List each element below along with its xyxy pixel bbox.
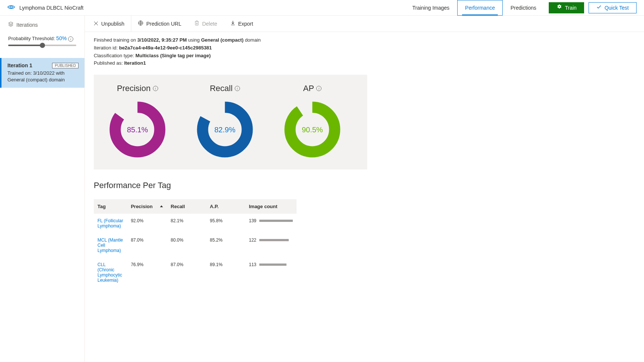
download-icon bbox=[231, 20, 235, 27]
header-right: Training Images Performance Predictions … bbox=[404, 0, 637, 16]
prediction-url-button[interactable]: Prediction URL bbox=[131, 16, 188, 32]
slider-fill bbox=[8, 45, 42, 46]
threshold-slider[interactable] bbox=[8, 45, 76, 46]
count-value: 113 bbox=[249, 262, 256, 267]
cell-recall: 82.1% bbox=[167, 214, 206, 233]
iteration-desc: Trained on: 3/10/2022 with General (comp… bbox=[7, 70, 79, 83]
col-ap[interactable]: A.P. bbox=[206, 199, 245, 214]
threshold-section: Probability Threshold: 50% i bbox=[0, 31, 84, 51]
metrics-panel: Precision i 85.1% Recall i 82.9% bbox=[94, 75, 367, 169]
iterations-header: Iterations bbox=[0, 16, 84, 31]
count-bar bbox=[259, 239, 293, 241]
info-domain: General (compact) bbox=[201, 37, 243, 43]
check-icon bbox=[596, 4, 602, 11]
globe-icon bbox=[138, 20, 143, 27]
iteration-name: Iteration 1 bbox=[7, 62, 32, 68]
table-row: CLL (Chronic Lymphocytic Leukemia) 76.9%… bbox=[94, 258, 297, 287]
action-bar: Unpublish Prediction URL Delete Export bbox=[85, 16, 644, 32]
table-row: MCL (Mantle Cell Lymphoma) 87.0% 80.0% 8… bbox=[94, 233, 297, 258]
recall-value: 82.9% bbox=[214, 125, 236, 134]
quicktest-button[interactable]: Quick Test bbox=[589, 2, 637, 13]
col-recall[interactable]: Recall bbox=[167, 199, 206, 214]
tag-link[interactable]: CLL (Chronic Lymphocytic Leukemia) bbox=[97, 262, 122, 283]
unpublish-label: Unpublish bbox=[101, 21, 124, 27]
cell-ap: 95.8% bbox=[206, 214, 245, 233]
project-title: Lymphoma DLBCL NioCraft bbox=[19, 5, 83, 11]
header-bar: Lymphoma DLBCL NioCraft Training Images … bbox=[0, 0, 644, 16]
performance-per-tag: Performance Per Tag Tag Precision Recall… bbox=[85, 169, 644, 298]
eye-icon bbox=[7, 4, 15, 11]
ap-value: 90.5% bbox=[302, 125, 323, 134]
delete-label: Delete bbox=[202, 21, 217, 27]
gears-icon bbox=[556, 4, 562, 11]
cell-count: 122 bbox=[245, 233, 297, 258]
perf-per-tag-title: Performance Per Tag bbox=[94, 181, 635, 190]
info-text: Finished training on bbox=[94, 37, 137, 43]
cell-precision: 92.0% bbox=[127, 214, 167, 233]
layers-icon bbox=[8, 22, 13, 28]
sidebar: Iterations Probability Threshold: 50% i … bbox=[0, 16, 85, 362]
export-button[interactable]: Export bbox=[224, 16, 260, 32]
col-precision[interactable]: Precision bbox=[127, 199, 167, 214]
trash-icon bbox=[195, 20, 199, 27]
col-tag[interactable]: Tag bbox=[94, 199, 127, 214]
info-text: Published as: bbox=[94, 60, 124, 66]
iteration-id: be2a7ca4-e49a-4e12-9ee0-c145c2985381 bbox=[119, 45, 212, 51]
delete-button: Delete bbox=[188, 16, 224, 32]
info-icon[interactable]: i bbox=[316, 86, 321, 91]
tag-table: Tag Precision Recall A.P. Image count FL… bbox=[94, 199, 297, 287]
threshold-label: Probability Threshold: bbox=[8, 36, 56, 41]
metric-recall: Recall i 82.9% bbox=[196, 84, 254, 158]
info-icon[interactable]: i bbox=[153, 86, 158, 91]
tab-performance[interactable]: Performance bbox=[457, 0, 503, 16]
classification-type: Multiclass (Single tag per image) bbox=[135, 53, 211, 58]
tab-predictions[interactable]: Predictions bbox=[503, 0, 544, 16]
slider-thumb[interactable] bbox=[40, 43, 45, 48]
col-precision-label: Precision bbox=[131, 204, 153, 209]
sort-up-icon bbox=[160, 204, 163, 209]
export-label: Export bbox=[238, 21, 253, 27]
unpublish-button[interactable]: Unpublish bbox=[94, 16, 131, 32]
training-info: Finished training on 3/10/2022, 9:35:27 … bbox=[85, 32, 644, 75]
close-icon bbox=[94, 21, 98, 27]
metric-ap: AP i 90.5% bbox=[283, 84, 341, 158]
train-button[interactable]: Train bbox=[549, 2, 584, 13]
quicktest-button-label: Quick Test bbox=[605, 5, 629, 11]
cell-count: 139 bbox=[245, 214, 297, 233]
svg-point-0 bbox=[10, 6, 12, 8]
threshold-value: 50% bbox=[56, 35, 67, 41]
cell-recall: 87.0% bbox=[167, 258, 206, 287]
cell-ap: 85.2% bbox=[206, 233, 245, 258]
info-icon[interactable]: i bbox=[235, 86, 240, 91]
published-as: Iteration1 bbox=[124, 60, 146, 66]
train-button-label: Train bbox=[565, 5, 577, 11]
recall-donut: 82.9% bbox=[196, 101, 254, 158]
col-count[interactable]: Image count bbox=[245, 199, 297, 214]
tag-link[interactable]: FL (Follicular Lymphoma) bbox=[97, 218, 123, 229]
header-left: Lymphoma DLBCL NioCraft bbox=[7, 4, 83, 11]
precision-value: 85.1% bbox=[127, 125, 148, 134]
metric-precision-label: Precision bbox=[117, 84, 150, 93]
cell-count: 113 bbox=[245, 258, 297, 287]
count-value: 139 bbox=[249, 218, 256, 223]
tag-link[interactable]: MCL (Mantle Cell Lymphoma) bbox=[97, 237, 123, 253]
published-badge: PUBLISHED bbox=[52, 63, 79, 68]
iteration-item[interactable]: Iteration 1 PUBLISHED Trained on: 3/10/2… bbox=[0, 58, 84, 88]
cell-precision: 76.9% bbox=[127, 258, 167, 287]
table-row: FL (Follicular Lymphoma) 92.0% 82.1% 95.… bbox=[94, 214, 297, 233]
info-text: Classification type: bbox=[94, 53, 135, 58]
info-text: Iteration id: bbox=[94, 45, 119, 51]
main-layout: Iterations Probability Threshold: 50% i … bbox=[0, 16, 644, 362]
info-text: domain bbox=[244, 37, 261, 43]
cell-recall: 80.0% bbox=[167, 233, 206, 258]
iterations-label: Iterations bbox=[16, 22, 38, 28]
info-icon[interactable]: i bbox=[68, 36, 73, 42]
info-date: 3/10/2022, 9:35:27 PM bbox=[137, 37, 187, 43]
count-bar bbox=[259, 220, 293, 222]
info-text: using bbox=[187, 37, 201, 43]
tab-training-images[interactable]: Training Images bbox=[404, 0, 457, 16]
count-bar bbox=[259, 264, 293, 266]
metric-recall-label: Recall bbox=[210, 84, 233, 93]
cell-ap: 89.1% bbox=[206, 258, 245, 287]
ap-donut: 90.5% bbox=[283, 101, 341, 158]
